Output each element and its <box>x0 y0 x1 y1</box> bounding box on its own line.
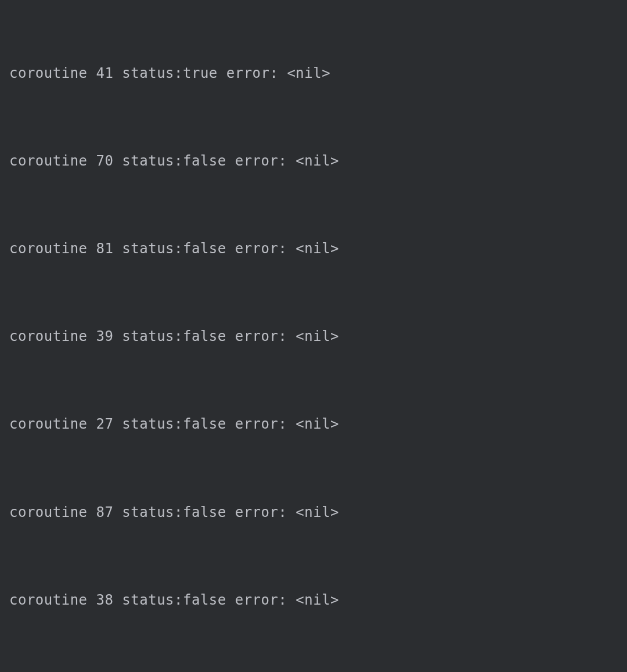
console-line: coroutine 38 status:false error: <nil> <box>9 585 618 614</box>
console-line: coroutine 87 status:false error: <nil> <box>9 498 618 527</box>
console-line: coroutine 70 status:false error: <nil> <box>9 146 618 175</box>
console-output: coroutine 41 status:true error: <nil> co… <box>9 0 618 672</box>
console-line: coroutine 81 status:false error: <nil> <box>9 234 618 263</box>
console-line: coroutine 41 status:true error: <nil> <box>9 59 618 88</box>
console-line: coroutine 27 status:false error: <nil> <box>9 409 618 439</box>
console-line: coroutine 39 status:false error: <nil> <box>9 322 618 351</box>
